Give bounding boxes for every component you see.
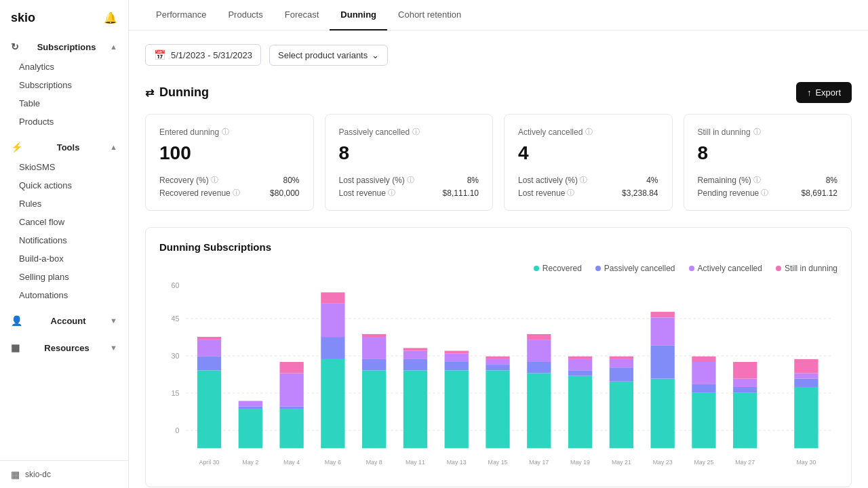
lost-revenue-passively-value: $8,111.10 xyxy=(443,188,479,198)
chart-section: Dunning Subscriptions Recovered Passivel… xyxy=(145,227,852,487)
bar-passively-1 xyxy=(239,407,262,409)
resources-section-label: Resources xyxy=(44,343,89,353)
pending-revenue-info-icon[interactable]: ⓘ xyxy=(761,188,768,198)
bar-still-11 xyxy=(651,312,675,317)
remaining-pct-info-icon[interactable]: ⓘ xyxy=(753,175,761,185)
tab-dunning[interactable]: Dunning xyxy=(330,0,387,30)
lost-passively-pct-info-icon[interactable]: ⓘ xyxy=(407,175,414,185)
bar-passively-5 xyxy=(403,359,427,370)
stat-card-entered-dunning: Entered dunning ⓘ 100 Recovery (%) ⓘ 80% xyxy=(145,114,314,211)
sidebar-item-table[interactable]: Table xyxy=(0,94,128,113)
lost-actively-pct-value: 4% xyxy=(646,176,658,185)
bar-passively-3 xyxy=(321,337,344,359)
sidebar-item-build-a-box[interactable]: Build-a-box xyxy=(0,249,128,268)
resources-section-header[interactable]: ▦ Resources ▼ xyxy=(0,337,128,359)
actively-cancelled-info-icon[interactable]: ⓘ xyxy=(585,127,593,137)
account-section-label: Account xyxy=(51,316,86,326)
dunning-title-area: ⇄ Dunning xyxy=(145,85,209,100)
recovery-pct-info-icon[interactable]: ⓘ xyxy=(211,175,218,185)
bar-still-8 xyxy=(527,334,551,340)
sidebar-item-selling-plans[interactable]: Selling plans xyxy=(0,268,128,286)
sidebar-item-rules[interactable]: Rules xyxy=(0,195,128,213)
sidebar-logo-area: skio 🔔 xyxy=(0,0,128,33)
tools-section: ⚡ Tools ▲ SkioSMS Quick actions Rules Ca… xyxy=(0,134,128,307)
sidebar-item-cancel-flow[interactable]: Cancel flow xyxy=(0,213,128,231)
bar-still-4 xyxy=(362,334,386,337)
subscriptions-chevron-icon: ▲ xyxy=(110,43,117,51)
tab-performance[interactable]: Performance xyxy=(145,0,217,30)
account-section-header[interactable]: 👤 Account ▼ xyxy=(0,310,128,331)
stat-card-passively-cancelled: Passively cancelled ⓘ 8 Lost passively (… xyxy=(325,114,494,211)
bar-actively-10 xyxy=(610,359,633,367)
lost-actively-pct-info-icon[interactable]: ⓘ xyxy=(580,175,587,185)
bar-passively-9 xyxy=(568,370,592,375)
entered-dunning-label: Entered dunning ⓘ xyxy=(159,127,300,137)
still-in-dunning-label: Still in dunning ⓘ xyxy=(698,127,838,137)
sidebar-item-subscriptions[interactable]: Subscriptions xyxy=(0,76,128,94)
bar-still-2 xyxy=(279,362,303,373)
content-area: 📅 5/1/2023 - 5/31/2023 Select product va… xyxy=(129,30,868,488)
bar-passively-8 xyxy=(527,362,551,373)
tools-items: SkioSMS Quick actions Rules Cancel flow … xyxy=(0,158,128,304)
legend-dot-actively xyxy=(689,266,694,271)
recovered-revenue-info-icon[interactable]: ⓘ xyxy=(233,188,240,198)
bar-recovered-10 xyxy=(610,382,633,449)
bar-actively-11 xyxy=(651,317,675,345)
bar-recovered-4 xyxy=(362,370,386,448)
resources-chevron-icon: ▼ xyxy=(110,344,117,352)
actively-cancelled-label: Actively cancelled ⓘ xyxy=(518,127,658,137)
lost-revenue-actively-row: Lost revenue ⓘ $3,238.84 xyxy=(518,188,658,198)
bar-still-9 xyxy=(568,357,592,359)
chart-title: Dunning Subscriptions xyxy=(159,241,837,253)
filters-row: 📅 5/1/2023 - 5/31/2023 Select product va… xyxy=(145,44,852,66)
entered-dunning-value: 100 xyxy=(159,142,300,164)
entered-dunning-details: Recovery (%) ⓘ 80% Recovered revenue ⓘ $… xyxy=(159,175,300,198)
tab-forecast[interactable]: Forecast xyxy=(274,0,330,30)
still-in-dunning-info-icon[interactable]: ⓘ xyxy=(753,127,761,137)
chart-legend: Recovered Passively cancelled Actively c… xyxy=(159,264,837,273)
dunning-section-header: ⇄ Dunning ↑ Export xyxy=(145,82,852,103)
bar-recovered-12 xyxy=(692,392,715,448)
passively-cancelled-info-icon[interactable]: ⓘ xyxy=(412,127,420,137)
sidebar-item-quick-actions[interactable]: Quick actions xyxy=(0,176,128,195)
entered-dunning-info-icon[interactable]: ⓘ xyxy=(222,127,229,137)
bar-recovered-7 xyxy=(486,370,509,448)
bar-actively-13 xyxy=(733,379,757,387)
legend-still-in-dunning: Still in dunning xyxy=(776,264,837,273)
tab-products[interactable]: Products xyxy=(217,0,273,30)
lost-passively-pct-value: 8% xyxy=(467,176,479,185)
date-range-filter[interactable]: 📅 5/1/2023 - 5/31/2023 xyxy=(145,44,261,66)
subscriptions-section-header[interactable]: ↻ Subscriptions ▲ xyxy=(0,36,128,58)
tools-section-header[interactable]: ⚡ Tools ▲ xyxy=(0,136,128,158)
lost-revenue-actively-info-icon[interactable]: ⓘ xyxy=(567,188,574,198)
legend-dot-recovered xyxy=(534,266,539,271)
lost-revenue-passively-info-icon[interactable]: ⓘ xyxy=(388,188,395,198)
sidebar-item-automations[interactable]: Automations xyxy=(0,286,128,304)
resources-section: ▦ Resources ▼ xyxy=(0,334,128,361)
bar-actively-12 xyxy=(692,362,715,384)
tab-cohort-retention[interactable]: Cohort retention xyxy=(387,0,472,30)
bar-passively-7 xyxy=(486,365,509,370)
date-range-value: 5/1/2023 - 5/31/2023 xyxy=(171,50,252,60)
tools-chevron-icon: ▲ xyxy=(110,143,117,151)
sidebar-item-notifications[interactable]: Notifications xyxy=(0,231,128,249)
bar-recovered-11 xyxy=(651,379,675,449)
bar-actively-1 xyxy=(239,401,262,407)
subscriptions-section: ↻ Subscriptions ▲ Analytics Subscription… xyxy=(0,33,128,134)
bar-still-0 xyxy=(197,337,221,340)
bar-actively-8 xyxy=(527,340,551,362)
sidebar-item-skiosms[interactable]: SkioSMS xyxy=(0,158,128,176)
bar-recovered-5 xyxy=(403,370,427,448)
sidebar-item-products[interactable]: Products xyxy=(0,113,128,131)
bar-actively-5 xyxy=(403,351,427,359)
lost-revenue-actively-value: $3,238.84 xyxy=(622,188,658,198)
product-variants-label: Select product variants xyxy=(278,50,368,60)
bar-recovered-8 xyxy=(527,373,551,448)
sidebar-item-analytics[interactable]: Analytics xyxy=(0,58,128,76)
export-button[interactable]: ↑ Export xyxy=(796,82,852,103)
notification-bell-icon[interactable]: 🔔 xyxy=(104,12,117,24)
product-variants-filter[interactable]: Select product variants ⌄ xyxy=(269,45,388,66)
bar-still-13 xyxy=(733,362,757,379)
bar-chart-bars xyxy=(159,281,837,471)
passively-cancelled-label: Passively cancelled ⓘ xyxy=(339,127,479,137)
